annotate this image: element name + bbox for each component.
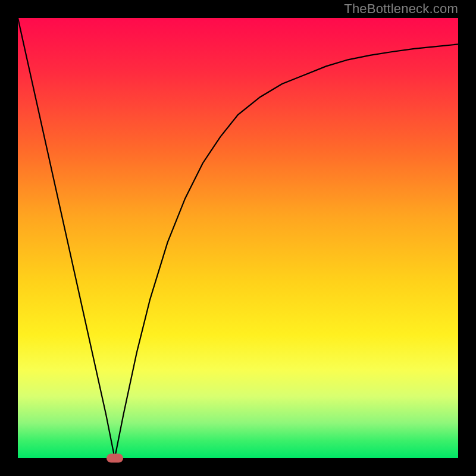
plot-area <box>18 18 458 458</box>
chart-container: TheBottleneck.com <box>0 0 476 476</box>
bottleneck-marker <box>107 454 123 463</box>
bottleneck-curve <box>18 18 458 458</box>
watermark-text: TheBottleneck.com <box>344 1 458 17</box>
